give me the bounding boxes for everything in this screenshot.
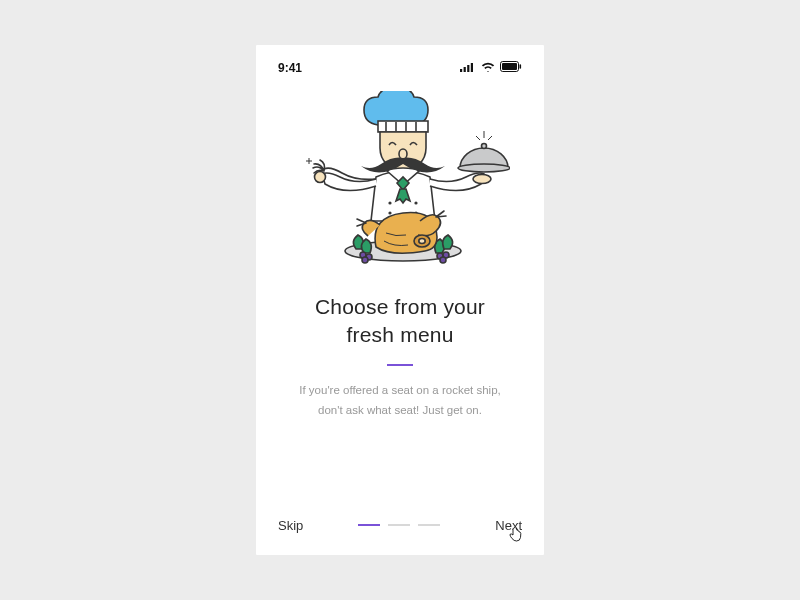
svg-rect-2 <box>467 65 469 72</box>
svg-point-17 <box>315 172 326 183</box>
onboarding-screen: 9:41 <box>256 45 544 555</box>
body-text: If you're offered a seat on a rocket shi… <box>278 380 522 421</box>
page-indicator-2[interactable] <box>388 524 410 526</box>
onboarding-content: Choose from your fresh menu If you're of… <box>278 293 522 513</box>
title-line-2: fresh menu <box>346 323 453 346</box>
svg-point-20 <box>473 175 491 184</box>
status-time: 9:41 <box>278 61 302 75</box>
svg-rect-1 <box>464 67 466 72</box>
svg-point-22 <box>482 144 487 149</box>
svg-line-24 <box>476 136 480 140</box>
svg-point-21 <box>458 164 510 172</box>
svg-point-32 <box>440 257 446 263</box>
wifi-icon <box>481 61 495 75</box>
svg-point-29 <box>362 257 368 263</box>
cursor-pointer-icon <box>509 528 522 546</box>
svg-point-12 <box>399 149 407 159</box>
body-line-1: If you're offered a seat on a rocket shi… <box>299 384 500 396</box>
accent-divider <box>387 364 413 366</box>
page-indicator-3[interactable] <box>418 524 440 526</box>
chef-illustration <box>278 91 522 281</box>
svg-point-13 <box>388 201 391 204</box>
svg-rect-0 <box>460 69 462 72</box>
svg-point-14 <box>414 201 417 204</box>
battery-icon <box>500 61 522 75</box>
svg-rect-5 <box>502 63 517 70</box>
title-line-1: Choose from your <box>315 295 485 318</box>
signal-icon <box>460 61 476 75</box>
skip-button[interactable]: Skip <box>278 518 303 533</box>
svg-point-34 <box>419 239 425 244</box>
svg-rect-6 <box>520 64 522 68</box>
page-title: Choose from your fresh menu <box>278 293 522 350</box>
pagination-dots <box>358 524 440 526</box>
svg-point-15 <box>388 211 391 214</box>
svg-line-25 <box>488 136 492 140</box>
onboarding-footer: Skip Next <box>278 513 522 537</box>
svg-rect-3 <box>471 63 473 72</box>
body-line-2: don't ask what seat! Just get on. <box>318 404 482 416</box>
status-bar: 9:41 <box>278 59 522 77</box>
status-icons <box>460 61 522 75</box>
page-indicator-1[interactable] <box>358 524 380 526</box>
